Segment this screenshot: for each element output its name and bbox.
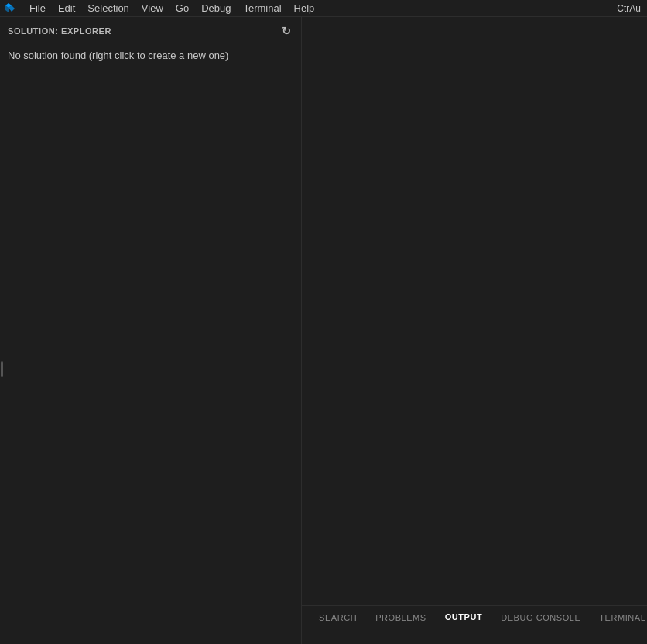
bottom-tab-terminal[interactable]: TERMINAL xyxy=(590,610,647,625)
scrollbar-thumb[interactable] xyxy=(1,361,3,377)
side-panel: Solution: Explorer ↻ No solution found (… xyxy=(0,17,302,644)
menu-help[interactable]: Help xyxy=(288,1,321,15)
bottom-panel: SEARCHPROBLEMSOUTPUTDEBUG CONSOLETERMINA… xyxy=(302,605,647,644)
main-layout: Solution: Explorer ↻ No solution found (… xyxy=(0,17,647,644)
refresh-button[interactable]: ↻ xyxy=(280,23,293,39)
no-solution-message: No solution found (right click to create… xyxy=(0,43,301,67)
menu-selection[interactable]: Selection xyxy=(81,1,135,15)
editor-area: SEARCHPROBLEMSOUTPUTDEBUG CONSOLETERMINA… xyxy=(302,17,647,644)
bottom-tab-output[interactable]: OUTPUT xyxy=(436,609,492,625)
app-icon xyxy=(3,1,19,16)
refresh-icon: ↻ xyxy=(282,25,292,37)
side-panel-title: Solution: Explorer xyxy=(8,26,111,36)
bottom-tabs: SEARCHPROBLEMSOUTPUTDEBUG CONSOLETERMINA… xyxy=(302,606,647,629)
bottom-tab-problems[interactable]: PROBLEMS xyxy=(366,610,436,625)
side-panel-content xyxy=(0,67,301,644)
menu-edit[interactable]: Edit xyxy=(52,1,81,15)
shortcut-hint: CtrAu xyxy=(617,3,644,14)
bottom-panel-content xyxy=(302,629,647,644)
menu-file[interactable]: File xyxy=(23,1,52,15)
menu-bar: File Edit Selection View Go Debug Termin… xyxy=(0,0,647,17)
menu-view[interactable]: View xyxy=(135,1,169,15)
side-panel-header: Solution: Explorer ↻ xyxy=(0,17,301,43)
bottom-tab-search[interactable]: SEARCH xyxy=(310,610,366,625)
menu-terminal[interactable]: Terminal xyxy=(237,1,287,15)
menu-debug[interactable]: Debug xyxy=(195,1,237,15)
bottom-tab-debug-console[interactable]: DEBUG CONSOLE xyxy=(491,610,590,625)
menu-go[interactable]: Go xyxy=(169,1,195,15)
editor-main[interactable] xyxy=(302,17,647,605)
